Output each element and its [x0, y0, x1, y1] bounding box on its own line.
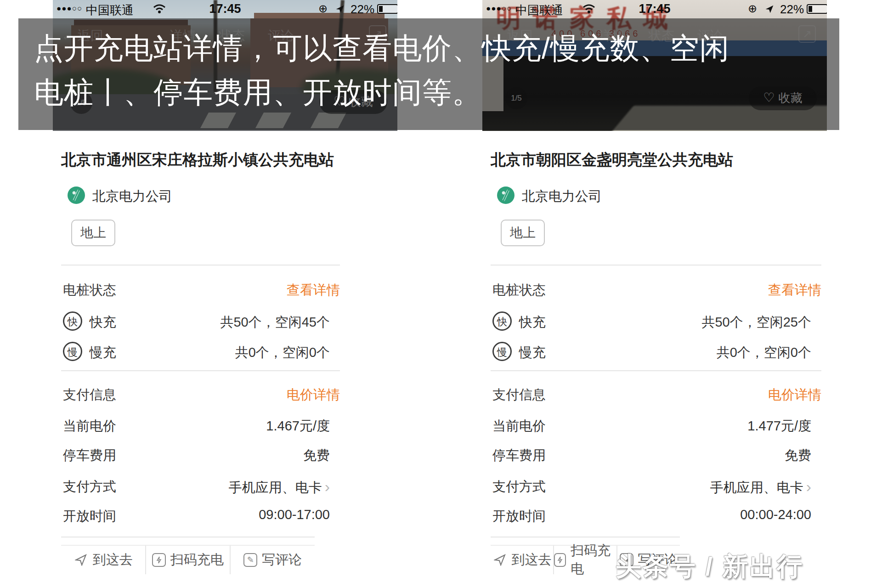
row-value: 1.467元/度 — [61, 417, 330, 435]
view-details-link[interactable]: 查看详情 — [61, 281, 340, 300]
rotation-lock-icon: ⊕ — [748, 2, 757, 15]
rotation-lock-icon: ⊕ — [318, 2, 328, 15]
fast-count-value: 共50个，空闲45个 — [61, 313, 330, 332]
location-type-tag: 地上 — [71, 220, 115, 246]
row-value: 00:00-24:00 — [491, 507, 811, 522]
divider — [491, 537, 680, 537]
row-value-text: 免费 — [303, 448, 330, 463]
row-value: 1.477元/度 — [491, 417, 811, 435]
row-value-text: 手机应用、电卡 — [229, 480, 322, 495]
scan-label: 扫码充电 — [170, 551, 224, 569]
watermark: 头条号 / 新出行 — [616, 549, 804, 584]
ios-status-bar: ●●●○○ 中国联通 17:45 ⊕ 22% — [53, 2, 397, 16]
caption-line1: 点开充电站详情，可以查看电价、快充/慢充数、空闲 — [34, 28, 729, 68]
row-value-text: 1.477元/度 — [747, 418, 811, 433]
navigate-arrow-icon — [74, 553, 88, 567]
caption-line2: 电桩丨、停车费用、开放时间等。 — [34, 73, 482, 113]
navigate-button[interactable]: 到这去 — [61, 546, 145, 574]
review-label: 写评论 — [262, 551, 302, 569]
row-value: 手机应用、电卡› — [61, 478, 330, 497]
scan-charge-button[interactable]: 扫码充电 — [553, 546, 616, 574]
chevron-right-icon: › — [325, 478, 330, 495]
row-value-text: 09:00-17:00 — [259, 507, 330, 522]
divider — [61, 537, 315, 537]
battery-icon — [807, 4, 827, 14]
operator-logo-icon — [68, 187, 85, 204]
station-name: 北京市朝阳区金盏明亮堂公共充电站 — [491, 150, 733, 170]
operator-name: 北京电力公司 — [522, 187, 602, 206]
scan-charge-button[interactable]: 扫码充电 — [145, 546, 230, 574]
row-value-text: 免费 — [785, 448, 811, 463]
scan-label: 扫码充电 — [571, 542, 616, 578]
location-arrow-icon — [335, 5, 345, 14]
row-value-text: 00:00-24:00 — [740, 507, 811, 522]
chevron-right-icon: › — [806, 478, 811, 495]
price-details-link[interactable]: 电价详情 — [491, 386, 821, 404]
screenshot-collage: ●●●○○ 中国联通 17:45 ⊕ 22% ← 返回 详情 状态 评论 ↗ — [0, 0, 882, 588]
battery-percent-label: 22% — [351, 2, 374, 17]
ios-status-bar: ●●●○○ 中国联通 17:45 ⊕ 22% — [482, 2, 827, 16]
battery-icon — [377, 4, 397, 14]
battery-percent-label: 22% — [780, 2, 804, 17]
divider — [491, 370, 821, 371]
slow-count-value: 共0个，空闲0个 — [491, 344, 811, 362]
divider — [61, 370, 340, 371]
fast-count-value: 共50个，空闲25个 — [491, 313, 811, 332]
view-details-link[interactable]: 查看详情 — [491, 281, 821, 300]
location-type-tag: 地上 — [501, 220, 545, 246]
navigate-button[interactable]: 到这去 — [491, 546, 553, 574]
navigate-label: 到这去 — [512, 551, 552, 569]
divider — [61, 265, 340, 266]
row-value-text: 手机应用、电卡 — [710, 480, 803, 495]
row-value: 免费 — [61, 447, 330, 465]
write-review-button[interactable]: ✎ 写评论 — [230, 546, 315, 574]
slow-count-value: 共0个，空闲0个 — [61, 344, 330, 362]
station-name: 北京市通州区宋庄格拉斯小镇公共充电站 — [61, 150, 334, 170]
row-value: 手机应用、电卡› — [491, 478, 811, 497]
location-arrow-icon — [765, 5, 774, 14]
caption-banner: 点开充电站详情，可以查看电价、快充/慢充数、空闲 电桩丨、停车费用、开放时间等。 — [18, 18, 839, 130]
row-value: 免费 — [491, 447, 811, 465]
qr-scan-icon — [554, 553, 566, 567]
row-value: 09:00-17:00 — [61, 507, 330, 522]
divider — [491, 265, 821, 266]
clock-label: 17:45 — [482, 2, 827, 16]
operator-name: 北京电力公司 — [92, 187, 172, 206]
bottom-toolbar: 到这去 扫码充电 ✎ 写评论 — [61, 545, 315, 574]
navigate-label: 到这去 — [93, 551, 133, 569]
clock-label: 17:45 — [53, 2, 397, 16]
row-value-text: 1.467元/度 — [266, 418, 330, 433]
price-details-link[interactable]: 电价详情 — [61, 386, 340, 404]
navigate-arrow-icon — [492, 553, 507, 567]
qr-scan-icon — [152, 553, 166, 567]
pencil-icon: ✎ — [243, 553, 257, 567]
operator-logo-icon — [497, 187, 514, 204]
